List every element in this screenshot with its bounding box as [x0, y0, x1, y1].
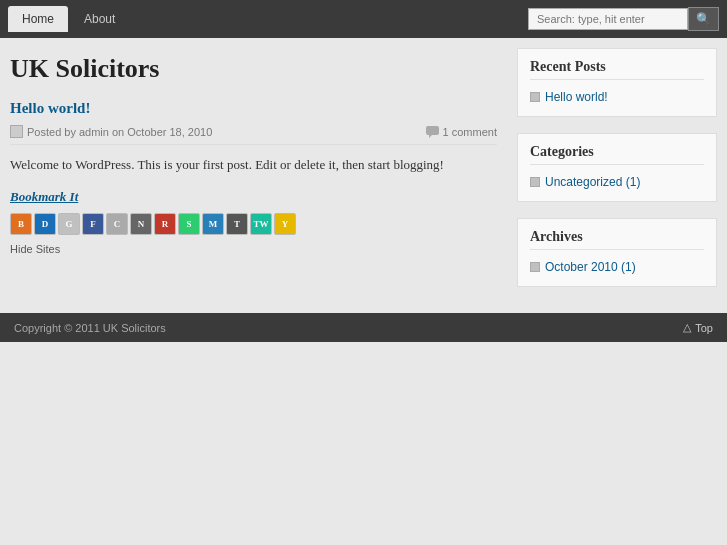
comment-icon — [426, 126, 440, 138]
bookmark-icon-2[interactable]: G — [58, 213, 80, 235]
comment-link[interactable]: 1 comment — [426, 126, 497, 138]
top-arrow-icon: △ — [683, 321, 691, 334]
recent-posts-heading: Recent Posts — [530, 59, 704, 80]
bookmark-icon-7[interactable]: S — [178, 213, 200, 235]
sidebar-archives: Archives October 2010 (1) — [517, 218, 717, 287]
bookmark-icon-1[interactable]: D — [34, 213, 56, 235]
search-button[interactable]: 🔍 — [688, 7, 719, 31]
copyright-text: Copyright © 2011 UK Solicitors — [14, 322, 166, 334]
bookmark-icon-11[interactable]: Y — [274, 213, 296, 235]
bookmark-icon-5[interactable]: N — [130, 213, 152, 235]
sidebar-item-hello-world[interactable]: Hello world! — [530, 88, 704, 106]
post-meta-left: Posted by admin on October 18, 2010 — [10, 125, 212, 138]
hide-sites-button[interactable]: Hide Sites — [10, 243, 60, 255]
search-bar: 🔍 — [528, 7, 719, 31]
back-to-top-button[interactable]: △ Top — [683, 321, 713, 334]
bookmark-icons: BDGFCNRSMTTWY — [10, 213, 497, 235]
footer: Copyright © 2011 UK Solicitors △ Top — [0, 313, 727, 342]
nav-tab-about[interactable]: About — [70, 6, 129, 32]
sidebar-item-october-2010[interactable]: October 2010 (1) — [530, 258, 704, 276]
post-title[interactable]: Hello world! — [10, 100, 497, 117]
svg-marker-1 — [429, 135, 432, 138]
nav-tab-home[interactable]: Home — [8, 6, 68, 32]
search-input[interactable] — [528, 8, 688, 30]
post-meta-text: Posted by admin on October 18, 2010 — [27, 126, 212, 138]
bookmark-icon-3[interactable]: F — [82, 213, 104, 235]
sidebar: Recent Posts Hello world! Categories Unc… — [517, 48, 717, 303]
top-label: Top — [695, 322, 713, 334]
site-title: UK Solicitors — [10, 48, 497, 84]
sidebar-item-uncategorized[interactable]: Uncategorized (1) — [530, 173, 704, 191]
main-content: UK Solicitors Hello world! Posted by adm… — [10, 48, 517, 303]
content-area: UK Solicitors Hello world! Posted by adm… — [0, 38, 727, 313]
comment-count: 1 comment — [443, 126, 497, 138]
navbar: Home About 🔍 — [0, 0, 727, 38]
bookmark-icon-6[interactable]: R — [154, 213, 176, 235]
bookmark-icon-10[interactable]: TW — [250, 213, 272, 235]
sidebar-item-label: Hello world! — [545, 90, 608, 104]
svg-rect-0 — [426, 126, 439, 135]
post-icon — [10, 125, 23, 138]
archives-heading: Archives — [530, 229, 704, 250]
bullet-icon — [530, 262, 540, 272]
bookmark-label[interactable]: Bookmark It — [10, 189, 497, 205]
bullet-icon — [530, 177, 540, 187]
sidebar-item-label: October 2010 (1) — [545, 260, 636, 274]
sidebar-recent-posts: Recent Posts Hello world! — [517, 48, 717, 117]
sidebar-item-label: Uncategorized (1) — [545, 175, 640, 189]
categories-heading: Categories — [530, 144, 704, 165]
post: Hello world! Posted by admin on October … — [10, 100, 497, 257]
bookmark-icon-4[interactable]: C — [106, 213, 128, 235]
post-meta: Posted by admin on October 18, 2010 1 co… — [10, 125, 497, 145]
bookmark-icon-8[interactable]: M — [202, 213, 224, 235]
bullet-icon — [530, 92, 540, 102]
sidebar-categories: Categories Uncategorized (1) — [517, 133, 717, 202]
nav-tabs: Home About — [8, 6, 129, 32]
bookmark-icon-0[interactable]: B — [10, 213, 32, 235]
bookmark-icon-9[interactable]: T — [226, 213, 248, 235]
post-body: Welcome to WordPress. This is your first… — [10, 155, 497, 175]
